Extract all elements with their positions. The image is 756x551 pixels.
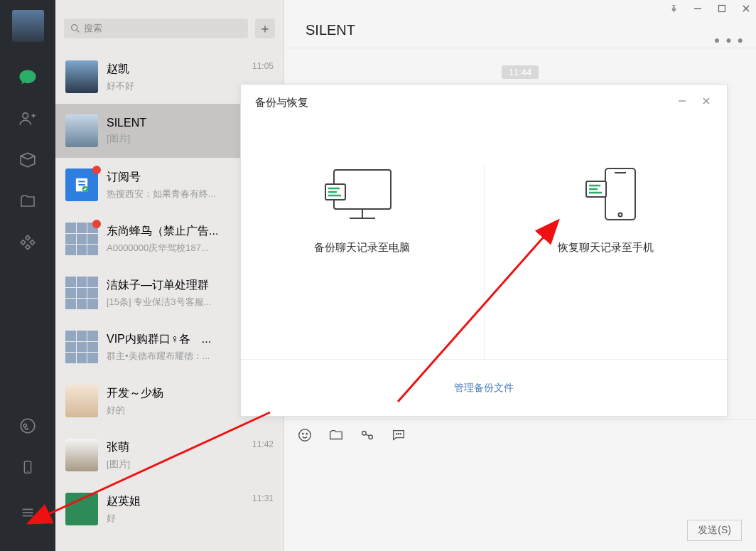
backup-label: 备份聊天记录至电脑: [314, 241, 410, 255]
maximize-icon[interactable]: [716, 3, 728, 14]
svg-point-38: [619, 213, 622, 217]
dialog-body: 备份聊天记录至电脑 恢复聊天记录至手机: [241, 120, 727, 359]
chat-name: 张萌: [107, 440, 275, 455]
user-avatar[interactable]: [12, 10, 44, 42]
backup-dialog: 备份与恢复 备份聊天记录至电脑: [240, 84, 728, 417]
svg-rect-36: [605, 168, 635, 220]
svg-line-8: [77, 30, 79, 32]
chat-time: 11:42: [252, 439, 274, 449]
search-input[interactable]: 搜索: [64, 18, 248, 38]
chat-name: 赵英姐: [107, 494, 275, 509]
chat-time: 11:05: [252, 61, 274, 71]
minimize-icon[interactable]: [692, 3, 703, 14]
manage-link[interactable]: 管理备份文件: [454, 382, 514, 395]
screenshot-icon[interactable]: [360, 427, 375, 443]
add-button[interactable]: ＋: [255, 18, 275, 38]
emoji-icon[interactable]: [297, 427, 313, 443]
chat-time: 11:31: [252, 493, 274, 503]
sidebar: [0, 0, 55, 551]
search-row: 搜索 ＋: [55, 0, 284, 50]
unread-badge: [92, 220, 101, 228]
folder-icon[interactable]: [328, 427, 344, 443]
time-pill: 11:44: [502, 65, 539, 79]
history-icon[interactable]: [391, 427, 406, 443]
monitor-icon: [313, 163, 412, 227]
dialog-close-icon[interactable]: [701, 96, 711, 106]
backup-to-pc-option[interactable]: 备份聊天记录至电脑: [241, 163, 485, 359]
chat-preview: [图片]: [107, 458, 275, 471]
svg-rect-14: [719, 6, 725, 12]
chats-icon[interactable]: [18, 68, 38, 87]
contacts-icon[interactable]: [18, 109, 38, 129]
search-icon: [70, 23, 81, 34]
chat-avatar: [65, 60, 98, 93]
input-toolbar: [297, 427, 743, 443]
phone-restore-icon: [556, 163, 655, 227]
files-icon[interactable]: [18, 191, 38, 211]
close-icon[interactable]: [740, 3, 752, 14]
svg-point-25: [400, 434, 401, 434]
chat-avatar: [65, 114, 98, 147]
favorites-icon[interactable]: [18, 150, 38, 170]
svg-point-0: [23, 113, 28, 119]
chat-item[interactable]: 赵英姐好11:31: [55, 482, 284, 536]
unread-badge: [92, 166, 101, 174]
menu-icon[interactable]: [18, 503, 38, 523]
chat-name: 赵凯: [107, 62, 275, 77]
restore-to-phone-option[interactable]: 恢复聊天记录至手机: [485, 163, 728, 359]
dialog-footer: 管理备份文件: [241, 359, 727, 416]
chat-avatar: [65, 493, 98, 525]
chat-info: 赵英姐好: [107, 494, 275, 525]
search-placeholder: 搜索: [84, 22, 102, 35]
send-button[interactable]: 发送(S): [687, 520, 742, 541]
svg-point-19: [306, 433, 307, 434]
restore-label: 恢复聊天记录至手机: [558, 241, 654, 255]
chat-avatar: [65, 223, 98, 255]
svg-line-22: [365, 434, 369, 436]
chat-item[interactable]: 张萌[图片]11:42: [55, 428, 284, 482]
chat-avatar: [65, 439, 98, 471]
svg-point-1: [21, 419, 35, 433]
chat-avatar: [65, 168, 98, 201]
dialog-minimize-icon[interactable]: [677, 96, 687, 106]
pin-icon[interactable]: [668, 3, 679, 14]
svg-point-18: [303, 433, 303, 434]
phone-icon[interactable]: [18, 457, 38, 477]
app-root: 搜索 ＋ 赵凯好不好11:05SILENT[图片]订阅号热搜西安：如果青春有终.…: [0, 0, 756, 551]
svg-point-24: [398, 434, 399, 434]
window-controls: [668, 3, 752, 14]
moments-icon[interactable]: [18, 232, 38, 252]
svg-point-7: [72, 25, 77, 31]
chat-avatar: [65, 385, 98, 417]
svg-point-17: [299, 429, 311, 442]
chat-input-panel: 发送(S): [284, 419, 756, 551]
chat-title: SILENT: [306, 22, 355, 38]
chat-preview: 好: [107, 512, 275, 525]
chat-info: 张萌[图片]: [107, 440, 275, 471]
dialog-header: 备份与恢复: [241, 85, 727, 120]
miniprogram-icon[interactable]: [18, 416, 38, 436]
svg-point-23: [396, 434, 397, 434]
more-icon[interactable]: ● ● ●: [714, 34, 745, 46]
chat-avatar: [65, 277, 98, 309]
chat-avatar: [65, 331, 98, 363]
dialog-title: 备份与恢复: [255, 96, 308, 109]
